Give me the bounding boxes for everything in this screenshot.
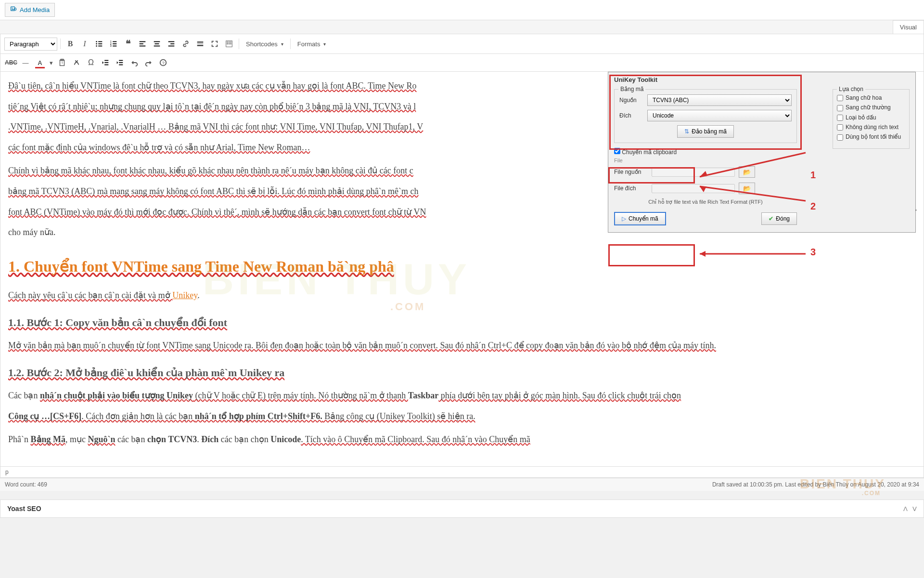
svg-rect-15 — [140, 43, 143, 44]
text: Mở văn bản mà bạn muô´n chuyển từ font V… — [8, 341, 716, 350]
special-char-button[interactable]: Ω — [84, 56, 98, 69]
ol-button[interactable]: 123 — [107, 37, 120, 51]
file-src-browse-button[interactable]: 📂 — [739, 166, 755, 178]
text: Unicode — [270, 434, 301, 444]
text: phía dưới bên tay phải ở góc màn hình. S… — [438, 391, 681, 400]
file-note: Chỉ hỗ trợ file text và file Rich Text F… — [614, 199, 797, 205]
svg-rect-31 — [229, 43, 230, 44]
dest-select[interactable]: Unicode — [647, 110, 792, 121]
heading-2: 1.2. Bước 2: Mở bảng điê`u khiển của phà… — [8, 367, 284, 379]
text: . Tích vào ô Chuyển mã Clipboard. Sau đó… — [301, 434, 530, 444]
link-button[interactable] — [179, 37, 192, 51]
file-src-input — [652, 168, 735, 177]
clipboard-check-text: Chuyển mã clipboard — [622, 149, 677, 156]
svg-rect-11 — [113, 43, 116, 44]
add-media-label: Add Media — [20, 6, 50, 13]
text: các bạn — [116, 434, 147, 444]
outdent-button[interactable] — [99, 56, 112, 69]
indent-button[interactable] — [113, 56, 127, 69]
formats-dropdown[interactable]: Formats — [294, 37, 330, 51]
swap-icon: ⇅ — [684, 128, 689, 135]
bold-button[interactable]: B — [64, 37, 77, 51]
opt-remove-accent[interactable]: Loại bỏ dấu — [837, 114, 905, 121]
swap-encoding-button[interactable]: ⇅ Đảo bảng mã — [677, 125, 734, 138]
footer-watermark-com: .COM — [862, 490, 881, 497]
more-button[interactable] — [193, 37, 207, 51]
toolbar-toggle-button[interactable] — [222, 37, 236, 51]
svg-rect-16 — [140, 46, 146, 47]
source-label: Nguồn — [619, 97, 643, 104]
convert-button[interactable]: ▷ Chuyển mã — [614, 212, 666, 225]
svg-point-6 — [96, 45, 97, 47]
opt-min-font[interactable]: Dùng bộ font tối thiểu — [837, 133, 905, 140]
svg-rect-17 — [154, 41, 160, 42]
clipboard-checkbox-label[interactable]: Chuyển mã clipboard — [614, 149, 677, 156]
align-center-button[interactable] — [150, 37, 164, 51]
unikey-toolkit-panel: UniKey Toolkit Bảng mã Nguồn TCVN3 (ABC)… — [608, 72, 916, 233]
close-button[interactable]: ✔ Đóng — [761, 212, 797, 225]
svg-rect-3 — [98, 41, 102, 42]
help-button[interactable]: ? — [156, 56, 170, 69]
unikey-title: UniKey Toolkit — [608, 72, 915, 85]
svg-point-1 — [12, 8, 13, 9]
clear-format-button[interactable] — [70, 56, 83, 69]
media-icon — [10, 5, 18, 14]
text: Bảng công cụ (Unikey Toolkit) sẽ hiện ra… — [322, 411, 475, 421]
text: Nguô`n — [88, 434, 116, 444]
svg-rect-38 — [104, 65, 108, 66]
yoast-seo-panel: Yoast SEO ᐱ ᐯ — [0, 499, 924, 518]
opt-no-richtext[interactable]: Không dùng rich text — [837, 124, 905, 131]
annotation-num-3: 3 — [810, 247, 816, 258]
text: nhâ´n tổ hợp phím Ctrl+Shift+F6. — [195, 411, 322, 421]
align-left-button[interactable] — [136, 37, 149, 51]
redo-button[interactable] — [142, 56, 155, 69]
svg-rect-40 — [119, 62, 123, 63]
text: Bảng Mã — [31, 434, 66, 444]
svg-text:?: ? — [162, 61, 165, 66]
text: Đích — [201, 434, 218, 444]
element-path: p — [5, 469, 9, 475]
yoast-collapse-button[interactable]: ᐱ — [903, 505, 908, 512]
unikey-link[interactable]: Unikey — [172, 290, 197, 300]
quote-button[interactable]: ❝ — [121, 37, 135, 51]
hr-button[interactable]: — — [19, 56, 32, 69]
italic-button[interactable]: I — [78, 37, 91, 51]
tab-visual[interactable]: Visual — [893, 20, 924, 34]
undo-button[interactable] — [128, 56, 141, 69]
file-dst-input — [652, 184, 735, 193]
svg-rect-24 — [197, 43, 204, 44]
paste-text-button[interactable]: T — [55, 56, 69, 69]
draft-status: Draft saved at 10:00:35 pm. Last edited … — [712, 481, 919, 488]
opt-lowercase[interactable]: Sang chữ thường — [837, 104, 905, 111]
ul-button[interactable] — [92, 37, 106, 51]
svg-rect-5 — [98, 43, 102, 44]
svg-rect-13 — [113, 46, 116, 47]
shortcodes-dropdown[interactable]: Shortcodes — [242, 37, 287, 51]
svg-point-4 — [96, 43, 97, 45]
close-label: Đóng — [776, 215, 790, 222]
svg-rect-21 — [170, 43, 174, 44]
text-color-dropdown[interactable]: ▾ — [48, 56, 54, 69]
paragraph-select[interactable]: Paragraph — [4, 38, 57, 51]
fullscreen-button[interactable] — [208, 37, 221, 51]
editor-content-area[interactable]: BIEN THUY .COM Đâ`u tiên, câ`n hiểu VNTi… — [0, 72, 924, 467]
folder-open-icon: 📂 — [743, 185, 751, 192]
yoast-expand-button[interactable]: ᐯ — [912, 505, 917, 512]
text-color-button[interactable]: A — [33, 56, 47, 69]
svg-text:3: 3 — [110, 44, 112, 47]
svg-rect-25 — [197, 45, 204, 46]
align-right-button[interactable] — [165, 37, 178, 51]
add-media-button[interactable]: Add Media — [5, 3, 55, 17]
opt-uppercase[interactable]: Sang chữ hoa — [837, 94, 905, 101]
source-select[interactable]: TCVN3 (ABC) — [647, 94, 792, 106]
svg-rect-7 — [98, 46, 102, 47]
clipboard-checkbox[interactable] — [614, 148, 620, 154]
file-dst-browse-button[interactable]: 📂 — [739, 183, 755, 194]
heading-1: 1. Chuyển font VNTime sang Time New Roma… — [8, 258, 394, 275]
svg-rect-19 — [154, 46, 160, 47]
svg-rect-36 — [104, 60, 108, 61]
strikethrough-button[interactable]: ABC — [4, 56, 18, 69]
yoast-title: Yoast SEO — [7, 505, 41, 512]
play-icon: ▷ — [622, 215, 626, 222]
text: . — [197, 434, 201, 444]
